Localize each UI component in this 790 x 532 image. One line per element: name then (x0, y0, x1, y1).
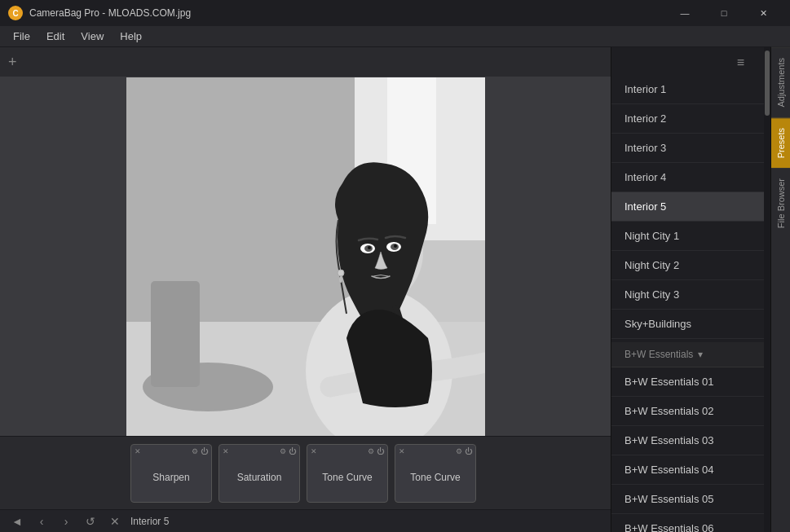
filter-power-icon[interactable]: ⏻ (465, 447, 472, 455)
right-sidebar: ≡ Interior 1 Interior 2 Interior 3 Inter… (611, 47, 790, 532)
menu-edit[interactable]: Edit (38, 28, 73, 45)
reset-button[interactable]: ↺ (82, 512, 99, 530)
preset-item-bw-01[interactable]: B+W Essentials 01 (611, 367, 770, 397)
tab-presets[interactable]: Presets (771, 117, 790, 168)
filters-panel: ✕ ⚙ ⏻ Sharpen ✕ ⚙ ⏻ Saturation (0, 436, 611, 509)
filter-close-icon[interactable]: ✕ (399, 447, 405, 455)
current-preset-label: Interior 5 (130, 516, 169, 527)
filter-card-top: ✕ ⚙ ⏻ (307, 445, 387, 458)
center-area: + (0, 47, 611, 532)
filter-power-icon[interactable]: ⏻ (289, 447, 296, 455)
svg-rect-6 (151, 281, 200, 387)
preset-item-bw-06[interactable]: B+W Essentials 06 (611, 514, 770, 532)
preset-item-night-city-1[interactable]: Night City 1 (611, 222, 770, 251)
filter-settings-icon[interactable]: ⚙ (192, 447, 198, 455)
app-icon: C (8, 6, 23, 20)
status-close-button[interactable]: ✕ (106, 512, 124, 530)
maximize-button[interactable]: □ (705, 0, 743, 26)
group-header-bw-essentials: B+W Essentials ▾ (611, 342, 770, 367)
close-button[interactable]: ✕ (744, 0, 782, 26)
preset-item-sky-buildings[interactable]: Sky+Buildings (611, 310, 770, 339)
preset-item-bw-05[interactable]: B+W Essentials 05 (611, 485, 770, 514)
window-controls: — □ ✕ (666, 0, 782, 26)
tab-file-browser[interactable]: File Browser (771, 168, 790, 238)
photo-container (126, 77, 485, 436)
filter-close-icon[interactable]: ✕ (311, 447, 317, 455)
preset-item-interior-5[interactable]: Interior 5 (611, 192, 770, 222)
image-area (0, 77, 611, 436)
filter-card-top: ✕ ⚙ ⏻ (131, 445, 211, 458)
tab-adjustments[interactable]: Adjustments (771, 47, 790, 117)
menu-view[interactable]: View (73, 28, 112, 45)
preset-item-night-city-3[interactable]: Night City 3 (611, 280, 770, 310)
window-title: CameraBag Pro - MLOADS.COM.jpg (29, 7, 666, 19)
preset-item-interior-3[interactable]: Interior 3 (611, 134, 770, 163)
preset-item-interior-1[interactable]: Interior 1 (611, 75, 770, 104)
nav-right-button[interactable]: › (57, 512, 75, 530)
filter-card-tone-curve-1[interactable]: ✕ ⚙ ⏻ Tone Curve (307, 444, 388, 503)
menu-icon[interactable]: ≡ (737, 55, 744, 70)
preset-item-interior-4[interactable]: Interior 4 (611, 163, 770, 192)
prev-button[interactable]: ◄ (8, 512, 26, 530)
main-layout: + (0, 47, 790, 532)
sidebar-scrollbar[interactable] (764, 47, 770, 532)
add-filter-button[interactable]: + (8, 54, 17, 71)
preset-item-bw-02[interactable]: B+W Essentials 02 (611, 397, 770, 426)
preset-item-bw-04[interactable]: B+W Essentials 04 (611, 455, 770, 485)
preset-item-night-city-2[interactable]: Night City 2 (611, 251, 770, 280)
toolbar-strip: + (0, 47, 611, 77)
menu-file[interactable]: File (5, 28, 38, 45)
filter-card-saturation[interactable]: ✕ ⚙ ⏻ Saturation (218, 444, 300, 503)
svg-point-17 (339, 276, 342, 283)
photo-display (126, 77, 485, 436)
filter-settings-icon[interactable]: ⚙ (368, 447, 374, 455)
filter-power-icon[interactable]: ⏻ (201, 447, 208, 455)
sidebar-tabs: Adjustments Presets File Browser (770, 47, 790, 532)
filter-close-icon[interactable]: ✕ (135, 447, 141, 455)
filter-power-icon[interactable]: ⏻ (377, 447, 384, 455)
group-header-label: B+W Essentials (624, 349, 693, 360)
minimize-button[interactable]: — (666, 0, 704, 26)
filter-card-tone-curve-2[interactable]: ✕ ⚙ ⏻ Tone Curve (395, 444, 476, 503)
group-expand-icon[interactable]: ▾ (698, 349, 703, 360)
status-bar: ◄ ‹ › ↺ ✕ Interior 5 (0, 509, 611, 532)
nav-left-button[interactable]: ‹ (33, 512, 51, 530)
filter-card-top: ✕ ⚙ ⏻ (219, 445, 299, 458)
preset-item-interior-2[interactable]: Interior 2 (611, 104, 770, 134)
filter-label-tone-curve-2: Tone Curve (395, 458, 475, 502)
title-bar: C CameraBag Pro - MLOADS.COM.jpg — □ ✕ (0, 0, 790, 26)
preset-item-bw-03[interactable]: B+W Essentials 03 (611, 426, 770, 455)
svg-point-15 (394, 244, 397, 248)
filter-card-top: ✕ ⚙ ⏻ (395, 445, 475, 458)
filter-label-tone-curve-1: Tone Curve (307, 458, 387, 502)
menu-help[interactable]: Help (112, 28, 150, 45)
filter-settings-icon[interactable]: ⚙ (280, 447, 286, 455)
menu-bar: File Edit View Help (0, 26, 790, 47)
filter-label-saturation: Saturation (219, 458, 299, 502)
filter-label-sharpen: Sharpen (131, 458, 211, 502)
filter-close-icon[interactable]: ✕ (223, 447, 229, 455)
filter-card-sharpen[interactable]: ✕ ⚙ ⏻ Sharpen (130, 444, 212, 503)
svg-point-16 (338, 270, 344, 276)
filter-settings-icon[interactable]: ⚙ (456, 447, 462, 455)
svg-point-14 (368, 246, 371, 249)
